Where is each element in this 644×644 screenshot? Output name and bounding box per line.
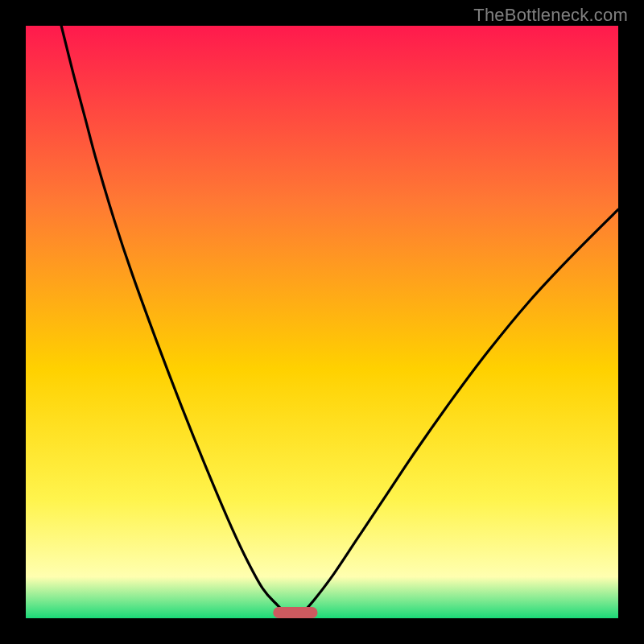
optimal-marker [273, 607, 317, 618]
chart-frame: { "watermark": "TheBottleneck.com", "gra… [0, 0, 644, 644]
bottleneck-chart [0, 0, 644, 644]
watermark-text: TheBottleneck.com [473, 5, 628, 26]
plot-background [26, 26, 618, 618]
